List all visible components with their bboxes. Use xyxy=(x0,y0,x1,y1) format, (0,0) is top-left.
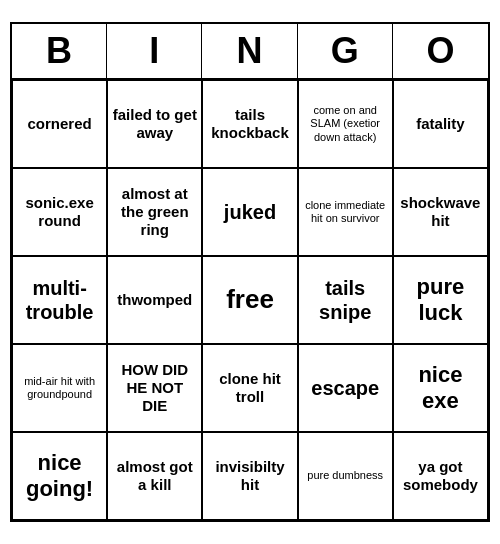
bingo-cell-14: pure luck xyxy=(393,256,488,344)
bingo-cell-12: free xyxy=(202,256,297,344)
header-letter: O xyxy=(393,24,488,78)
header-letter: I xyxy=(107,24,202,78)
header-letter: B xyxy=(12,24,107,78)
bingo-cell-24: ya got somebody xyxy=(393,432,488,520)
bingo-cell-20: nice going! xyxy=(12,432,107,520)
bingo-cell-13: tails snipe xyxy=(298,256,393,344)
bingo-cell-7: juked xyxy=(202,168,297,256)
bingo-cell-10: multi-trouble xyxy=(12,256,107,344)
bingo-cell-15: mid-air hit with groundpound xyxy=(12,344,107,432)
header-letter: G xyxy=(298,24,393,78)
bingo-grid: corneredfailed to get awaytails knockbac… xyxy=(12,80,488,520)
bingo-cell-18: escape xyxy=(298,344,393,432)
bingo-cell-22: invisibilty hit xyxy=(202,432,297,520)
bingo-cell-23: pure dumbness xyxy=(298,432,393,520)
bingo-cell-5: sonic.exe round xyxy=(12,168,107,256)
bingo-cell-6: almost at the green ring xyxy=(107,168,202,256)
bingo-cell-2: tails knockback xyxy=(202,80,297,168)
bingo-cell-11: thwomped xyxy=(107,256,202,344)
bingo-cell-3: come on and SLAM (exetior down attack) xyxy=(298,80,393,168)
header-letter: N xyxy=(202,24,297,78)
bingo-cell-21: almost got a kill xyxy=(107,432,202,520)
bingo-cell-4: fatality xyxy=(393,80,488,168)
bingo-cell-19: nice exe xyxy=(393,344,488,432)
bingo-cell-1: failed to get away xyxy=(107,80,202,168)
bingo-cell-8: clone immediate hit on survivor xyxy=(298,168,393,256)
bingo-cell-17: clone hit troll xyxy=(202,344,297,432)
bingo-cell-0: cornered xyxy=(12,80,107,168)
bingo-header: BINGO xyxy=(12,24,488,80)
bingo-cell-9: shockwave hit xyxy=(393,168,488,256)
bingo-cell-16: HOW DID HE NOT DIE xyxy=(107,344,202,432)
bingo-card: BINGO corneredfailed to get awaytails kn… xyxy=(10,22,490,522)
